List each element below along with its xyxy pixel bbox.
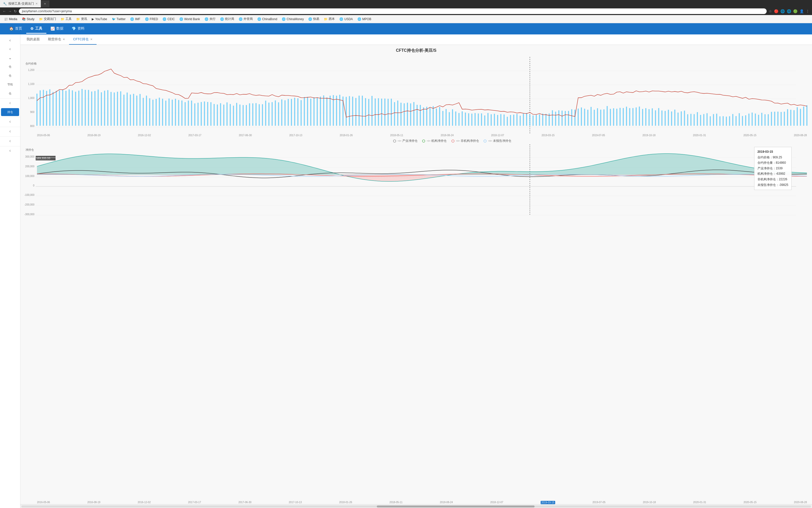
bookmark-西本[interactable]: 📁西本 [322,16,337,22]
svg-rect-11 [37,94,38,126]
sidebar-item-1[interactable]: 仓 [1,63,19,71]
sidebar-collapse-2[interactable]: ‹ [0,45,20,53]
svg-rect-58 [188,100,189,126]
page-tab-我的桌面[interactable]: 我的桌面 [22,34,44,45]
page-tab-期货持仓[interactable]: 期货持仓✕ [44,34,69,45]
x-tick-bottom: 2020-05-15 [744,501,757,504]
svg-rect-204 [658,108,659,126]
svg-rect-180 [581,108,582,126]
bottom-chart: 净持仓 169,333.33 300,000 200,000 100,000 0… [20,144,812,216]
back-icon[interactable]: ← [3,9,6,13]
sidebar-expand[interactable]: ⌄ [0,54,20,62]
bookmark-工具[interactable]: 📁工具 [59,16,74,22]
nav-item-资料[interactable]: 💎资料 [67,24,89,34]
svg-rect-23 [75,92,76,126]
bottom-chart-container: -○- 产业净持仓-○- 机构净持仓-○- 非机构净持仓-○- 未报告净持仓 净… [20,137,812,504]
bookmark-chinabond[interactable]: 🌐ChinaBond [255,16,279,22]
svg-rect-52 [169,98,170,126]
forward-icon[interactable]: → [8,9,12,13]
refresh-icon[interactable]: ↻ [14,9,17,13]
svg-rect-174 [562,111,563,126]
browser-tab[interactable]: 🔧 投研工具-交易法门 ✕ [0,0,41,7]
svg-rect-101 [326,97,327,126]
bookmark-youtube[interactable]: ▶YouTube [90,16,109,22]
extension-icon-1[interactable]: 🔴 [774,9,778,13]
extension-icon-4[interactable]: 🟢 [793,9,798,13]
sidebar-section-4[interactable]: ‹ [0,136,20,145]
sidebar-item-cftc[interactable]: 持仓 [1,108,19,116]
bookmark-ceic[interactable]: 🌐CEIC [160,16,177,22]
bookmark-mpob[interactable]: 🌐MPOB [355,16,373,22]
sidebar-section-1[interactable]: ‹ [0,98,20,107]
svg-rect-181 [584,109,585,126]
svg-text:900: 900 [30,111,34,114]
x-tick: 2016-08-19 [87,134,100,137]
svg-rect-70 [227,102,228,126]
bookmark-chinamoney[interactable]: 🌐ChinaMoney [280,16,306,22]
bookmark-央行[interactable]: 🌐央行 [202,16,218,22]
svg-rect-93 [301,100,302,126]
svg-rect-135 [436,109,437,126]
sidebar-collapse-top[interactable]: ‹ [0,37,20,44]
nav-item-数据[interactable]: 📈数据 [46,24,67,34]
svg-text:200,000: 200,000 [25,165,35,168]
svg-rect-182 [587,110,588,126]
url-input[interactable] [19,8,767,14]
svg-rect-33 [107,90,108,126]
svg-rect-40 [130,95,131,126]
extension-icon-3[interactable]: 🌐 [787,9,791,13]
bookmark-fred[interactable]: 🌐FRED [143,16,160,22]
bookmark-world bank[interactable]: 🌐World Bank [177,16,202,22]
svg-rect-148 [478,114,479,126]
extension-icon-2[interactable]: 🌐 [780,9,785,13]
new-tab-button[interactable]: + [41,1,49,7]
bookmark-twitter[interactable]: 🐦Twitter [110,16,128,22]
svg-rect-35 [114,93,115,126]
svg-rect-173 [558,111,559,126]
svg-rect-61 [197,103,198,126]
bookmark-media[interactable]: 📰Media [2,16,19,22]
svg-point-253 [451,140,454,142]
sidebar-section-5[interactable]: ‹ [0,146,20,155]
svg-rect-53 [172,100,173,126]
tab-close-button[interactable]: ✕ [36,2,38,5]
sidebar-section-3[interactable]: ‹ [0,127,20,135]
bookmark-study[interactable]: 📚Study [20,16,37,22]
tab-close[interactable]: ✕ [90,38,93,41]
svg-rect-48 [156,99,157,126]
nav-item-工具[interactable]: ⚙工具 [26,24,46,34]
chart-scrollbar[interactable] [20,504,812,508]
svg-rect-36 [117,92,118,126]
svg-rect-105 [339,95,340,126]
profile-icon[interactable]: 👤 [800,9,804,13]
svg-rect-65 [210,102,211,126]
svg-rect-89 [288,99,289,126]
page-tab-CFTC持仓[interactable]: CFTC持仓✕ [69,34,97,45]
bookmark-star-icon[interactable]: ☆ [769,9,772,13]
sidebar-section-2[interactable]: ‹ [0,117,20,126]
svg-rect-115 [372,96,373,126]
bookmark-usda[interactable]: 🌐USDA [337,16,355,22]
bookmark-imf[interactable]: 🌐IMF [128,16,142,22]
bookmark-快易[interactable]: 🌐快易 [306,16,321,22]
sidebar-item-3[interactable]: 仓 [1,89,19,97]
svg-rect-113 [365,98,366,126]
svg-rect-164 [529,115,530,126]
menu-icon[interactable]: ⋮ [806,9,809,13]
svg-rect-86 [278,102,279,126]
nav-item-首页[interactable]: 🏠首页 [5,24,26,34]
bookmarks-bar: 📰Media📚Study📁交易法门📁工具📁资讯▶YouTube🐦Twitter🌐… [0,15,812,23]
bookmark-资讯[interactable]: 📁资讯 [74,16,89,22]
sidebar-item-2[interactable]: 仓 [1,72,19,80]
bookmark-交易法门[interactable]: 📁交易法门 [37,16,58,22]
x-tick-bottom: 2018-01-26 [339,501,352,504]
chart-title: CFTC持仓分析-美豆/S [20,45,812,54]
svg-rect-27 [88,90,89,126]
bookmark-统计局[interactable]: 🌐统计局 [218,16,236,22]
tab-close[interactable]: ✕ [63,38,65,41]
svg-rect-166 [536,115,537,126]
bookmark-外管局[interactable]: 🌐外管局 [237,16,255,22]
sidebar-item-seasonal[interactable]: 节性 [1,81,19,88]
svg-text:1,100: 1,100 [28,83,34,85]
scrollbar-thumb[interactable] [377,505,535,507]
